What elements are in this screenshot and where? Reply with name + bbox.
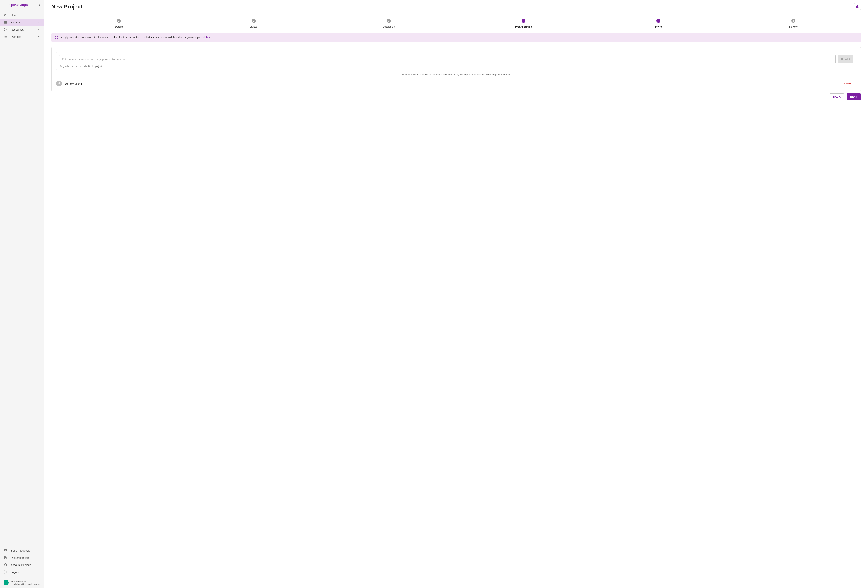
remove-button[interactable]: REMOVE: [840, 81, 856, 86]
nav-label: Projects: [11, 21, 34, 24]
sidebar-item-account[interactable]: Account Settings: [0, 561, 44, 569]
collaborator-name: dummy-user-1: [65, 82, 82, 85]
svg-rect-1: [5, 4, 6, 4]
step-label: Details: [115, 25, 123, 28]
svg-line-15: [5, 29, 6, 29]
username-input[interactable]: [59, 55, 836, 63]
home-icon: [4, 13, 7, 17]
sidebar-collapse-button[interactable]: [36, 3, 40, 7]
step-label: Preannotation: [515, 25, 532, 28]
svg-rect-6: [4, 6, 5, 6]
banner-text: Simply enter the usernames of collaborat…: [61, 36, 212, 39]
footer-buttons: BACK NEXT: [52, 93, 861, 100]
svg-point-12: [4, 28, 5, 29]
collaborator-row: d dummy-user-1 REMOVE: [56, 81, 856, 86]
account-icon: [4, 563, 7, 567]
page-title: New Project: [52, 4, 82, 10]
svg-point-13: [4, 30, 5, 31]
input-section: ADD Only valid users will be invited to …: [56, 52, 856, 70]
svg-rect-3: [4, 5, 5, 5]
chevron-down-icon: [37, 28, 40, 31]
brand-name: QuickGraph: [9, 3, 28, 7]
step-check-icon: [521, 19, 526, 23]
plus-icon: [841, 57, 844, 60]
svg-rect-5: [6, 5, 7, 5]
helper-text: Only valid users will be invited to the …: [60, 65, 853, 68]
logout-icon: [4, 570, 7, 574]
invite-card: ADD Only valid users will be invited to …: [52, 47, 861, 91]
next-button[interactable]: NEXT: [847, 93, 861, 100]
svg-rect-0: [4, 4, 5, 4]
step-details[interactable]: 1 Details: [52, 19, 186, 28]
collaborator-avatar: d: [56, 81, 62, 86]
user-name: tyler-research: [11, 580, 40, 583]
sidebar-nav-top: Home Projects Resources: [0, 10, 44, 42]
nav-label: Datasets: [11, 35, 34, 38]
step-dataset[interactable]: 2 Dataset: [186, 19, 321, 28]
notifications-button[interactable]: [854, 3, 861, 10]
step-preannotation[interactable]: Preannotation: [456, 19, 591, 28]
nav-label: Send Feedback: [11, 549, 40, 552]
sidebar-item-logout[interactable]: Logout: [0, 569, 44, 576]
sidebar-nav-bottom: Send Feedback Documentation Account Sett…: [0, 545, 44, 577]
sidebar-item-datasets[interactable]: Datasets: [0, 33, 44, 40]
user-info: tyler-research tyler.bikaun@research.uwa…: [11, 580, 40, 585]
svg-line-16: [5, 29, 6, 30]
nav-label: Home: [11, 14, 40, 17]
user-section[interactable]: t tyler-research tyler.bikaun@research.u…: [2, 577, 42, 588]
sidebar-header: QuickGraph: [0, 0, 44, 10]
nav-label: Documentation: [11, 556, 40, 559]
step-number: 2: [252, 19, 256, 23]
step-number: 3: [387, 19, 391, 23]
nav-label: Logout: [11, 570, 40, 574]
step-label: Ontologies: [382, 25, 395, 28]
chevron-down-icon: [37, 35, 40, 38]
svg-point-14: [6, 29, 6, 29]
step-ontologies[interactable]: 3 Ontologies: [321, 19, 456, 28]
info-banner: Simply enter the usernames of collaborat…: [52, 33, 861, 42]
resources-icon: [4, 28, 7, 31]
stepper: 1 Details 2 Dataset 3 Ontologies Preanno…: [52, 19, 861, 28]
info-icon: [55, 36, 58, 39]
banner-msg: Simply enter the usernames of collaborat…: [61, 36, 201, 39]
sidebar-item-projects[interactable]: Projects: [0, 19, 44, 26]
nav-label: Resources: [11, 28, 34, 31]
back-button[interactable]: BACK: [830, 93, 844, 100]
sidebar: QuickGraph Home Projects: [0, 0, 44, 588]
list-icon: [4, 35, 7, 38]
brand-icon: [4, 3, 7, 7]
add-label: ADD: [845, 57, 850, 60]
document-icon: [4, 556, 7, 559]
svg-rect-4: [5, 5, 6, 5]
folder-icon: [4, 21, 7, 24]
main: New Project 1 Details 2 Dataset 3: [44, 0, 868, 588]
sidebar-item-documentation[interactable]: Documentation: [0, 554, 44, 561]
banner-link[interactable]: click here.: [201, 36, 212, 39]
svg-rect-2: [6, 4, 7, 4]
content: 1 Details 2 Dataset 3 Ontologies Preanno…: [44, 14, 868, 105]
chevron-down-icon: [37, 21, 40, 24]
step-review[interactable]: 6 Review: [726, 19, 861, 28]
collaborator-info: d dummy-user-1: [56, 81, 82, 86]
nav-label: Account Settings: [11, 563, 40, 566]
step-check-icon: [657, 19, 660, 23]
user-email: tyler.bikaun@research.uwa.edu.au: [11, 583, 40, 585]
step-number: 1: [117, 19, 121, 23]
sidebar-item-resources[interactable]: Resources: [0, 26, 44, 33]
sidebar-item-feedback[interactable]: Send Feedback: [0, 547, 44, 554]
step-label: Review: [789, 25, 797, 28]
user-avatar: t: [4, 580, 9, 585]
step-label: Invite: [655, 25, 662, 28]
step-number: 6: [791, 19, 796, 23]
topbar: New Project: [44, 0, 868, 14]
brand[interactable]: QuickGraph: [4, 3, 28, 7]
svg-rect-8: [6, 6, 7, 6]
sidebar-item-home[interactable]: Home: [0, 12, 44, 19]
distribution-note: Document distribution can be set after p…: [56, 74, 856, 76]
svg-rect-7: [5, 6, 6, 6]
step-invite[interactable]: Invite: [591, 19, 726, 28]
bell-icon: [856, 5, 859, 9]
add-button[interactable]: ADD: [838, 55, 853, 63]
feedback-icon: [4, 549, 7, 552]
input-row: ADD: [59, 55, 853, 63]
